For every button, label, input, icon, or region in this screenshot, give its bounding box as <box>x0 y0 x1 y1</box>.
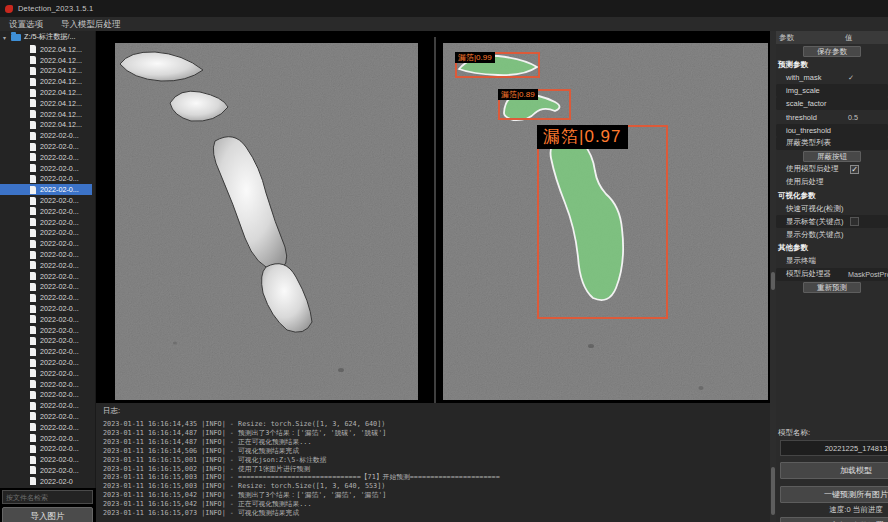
tree-item-label: 2022-02-0... <box>40 131 79 140</box>
file-icon <box>30 229 36 237</box>
tree-item-file[interactable]: 2022-02-0... <box>0 249 92 260</box>
tree-item-file[interactable]: 2022-02-0... <box>0 433 92 444</box>
scrollbar-thumb[interactable] <box>771 467 775 515</box>
tree-item-file[interactable]: 2022.04.12... <box>0 87 92 98</box>
param-row[interactable]: 显示终端 <box>776 255 888 268</box>
param-row[interactable]: 屏蔽按钮 <box>776 150 888 163</box>
param-row[interactable]: 可视化参数 <box>776 189 888 202</box>
tree-item-file[interactable]: 2022-02-0... <box>0 195 92 206</box>
menu-item[interactable]: 设置选项 <box>0 17 52 31</box>
tree-item-file[interactable]: 2022-02-0... <box>0 422 92 433</box>
tree-item-file[interactable]: 2022.04.12... <box>0 120 92 131</box>
tree-item-file[interactable]: 2022-02-0... <box>0 217 92 228</box>
param-row[interactable]: 使用后处理 <box>776 176 888 189</box>
tree-item-file[interactable]: 2022-02-0... <box>0 163 92 174</box>
log-line: 2023-01-11 16:16:14,487 |INFO| - 预测出了3个结… <box>103 429 770 438</box>
tree-item-file[interactable]: 2022.04.12... <box>0 109 92 120</box>
window-title: Detection_2023.1.5.1 <box>18 4 93 13</box>
prediction-image-pane[interactable]: 漏箔|0.99 漏箔|0.89 漏箔|0.97 <box>443 43 768 400</box>
file-icon <box>30 466 36 474</box>
tree-item-file[interactable]: 2022.04.12... <box>0 66 92 77</box>
tree-item-file[interactable]: 2022.04.12... <box>0 98 92 109</box>
tree-item-file[interactable]: 2022.04.12... <box>0 55 92 66</box>
param-row[interactable]: with_mask ✓ <box>776 71 888 84</box>
param-row[interactable]: 使用模型后处理 ✓ <box>776 163 888 176</box>
original-image-pane[interactable] <box>115 43 418 400</box>
tree-root-folder[interactable]: ▾ Z:/5-标注数据/... <box>0 31 95 43</box>
expand-arrow-icon[interactable]: ▾ <box>3 34 11 41</box>
param-row[interactable]: 保存参数 <box>776 45 888 58</box>
param-row[interactable]: img_scale <box>776 84 888 97</box>
tree-item-label: 2022-02-0... <box>40 164 79 173</box>
tree-item-file[interactable]: 2022-02-0... <box>0 152 92 163</box>
tree-item-file[interactable]: 2022-02-0... <box>0 368 92 379</box>
param-row[interactable]: 屏蔽类型列表 <box>776 137 888 150</box>
tree-item-file[interactable]: 2022.04.12... <box>0 44 92 55</box>
tree-item-label: 2022-02-0... <box>40 282 79 291</box>
param-value[interactable]: ✓ <box>850 165 859 174</box>
search-input[interactable] <box>2 490 93 504</box>
tree-item-file[interactable]: 2022-02-0... <box>0 228 92 239</box>
tree-item-file[interactable]: 2022-02-0... <box>0 206 92 217</box>
detection-score: 0.97 <box>584 127 621 146</box>
menu-item[interactable]: 导入模型后处理 <box>52 17 130 31</box>
param-label: 预测参数 <box>778 60 808 70</box>
tree-item-file[interactable]: 2022.04.12... <box>0 76 92 87</box>
log-line: 2023-01-11 16:16:14,435 |INFO| - Resize:… <box>103 420 770 429</box>
param-column-header: 参数 <box>776 33 845 43</box>
param-row[interactable]: 显示分数(关键点) <box>776 228 888 241</box>
param-row[interactable]: iou_threshold <box>776 124 888 137</box>
tree-item-file[interactable]: 2022-02-0... <box>0 400 92 411</box>
tree-item-file[interactable]: 2022-02-0... <box>0 260 92 271</box>
file-icon <box>30 67 36 75</box>
param-value[interactable] <box>850 217 859 226</box>
tree-item-file[interactable]: 2022-02-0... <box>0 174 92 185</box>
file-icon <box>30 380 36 388</box>
pane-splitter[interactable] <box>434 37 436 403</box>
tree-item-file[interactable]: 2022-02-0... <box>0 346 92 357</box>
param-value[interactable]: ✓ <box>848 73 854 82</box>
param-value[interactable]: MaskPostPro <box>848 270 888 279</box>
file-icon <box>30 445 36 453</box>
tree-item-file[interactable]: 2022-02-0... <box>0 336 92 347</box>
param-value[interactable]: 0.5 <box>848 113 858 122</box>
tree-item-file[interactable]: 2022-02-0... <box>0 238 92 249</box>
model-name-field[interactable]: 20221225_174813 <box>780 440 888 456</box>
tree-item-file[interactable]: 2022-02-0... <box>0 130 92 141</box>
load-model-button[interactable]: 加载模型 <box>780 462 888 479</box>
tree-item-label: 2022-02-0... <box>40 369 79 378</box>
tree-item-file[interactable]: 2022-02-0... <box>0 357 92 368</box>
param-row[interactable]: 重新预测 <box>776 281 888 294</box>
predict-all-button[interactable]: 一键预测所有图片 <box>780 486 888 503</box>
tree-item-file[interactable]: 2022-02-0... <box>0 411 92 422</box>
tree-item-file[interactable]: 2022-02-0... <box>0 141 92 152</box>
tree-item-file[interactable]: 2022-02-0... <box>0 282 92 293</box>
tree-item-file[interactable]: 2022-02-0 <box>0 476 92 487</box>
param-row[interactable]: scale_factor <box>776 97 888 110</box>
file-icon <box>30 477 36 485</box>
param-row[interactable]: 快速可视化(检测) <box>776 202 888 215</box>
tree-item-file[interactable]: 2022-02-0... <box>0 303 92 314</box>
tree-item-file[interactable]: 2022-02-0... <box>0 314 92 325</box>
tree-item-label: 2022-02-0... <box>40 272 79 281</box>
param-label: img_scale <box>786 86 820 95</box>
param-row[interactable]: 模型后处理器 MaskPostPro <box>776 268 888 281</box>
file-icon <box>30 348 36 356</box>
tree-item-file[interactable]: 2022-02-0... <box>0 292 92 303</box>
param-row[interactable]: 显示标签(关键点) <box>776 215 888 228</box>
tree-item-file[interactable]: 2022-02-0... <box>0 454 92 465</box>
tree-item-file[interactable]: 2022-02-0... <box>0 443 92 454</box>
tree-item-file[interactable]: 2022-02-0... <box>0 390 92 401</box>
tree-item-file[interactable]: 2022-02-0... <box>0 379 92 390</box>
import-images-button[interactable]: 导入图片 <box>2 507 93 522</box>
param-row[interactable]: 其他参数 <box>776 241 888 254</box>
tree-item-file[interactable]: 2022-02-0... <box>0 325 92 336</box>
tree-item-label: 2022-02-0... <box>40 185 79 194</box>
tree-item-file[interactable]: 2022-02-0... <box>0 184 92 195</box>
param-row[interactable]: threshold 0.5 <box>776 110 888 123</box>
tree-item-file[interactable]: 2022-02-0... <box>0 271 92 282</box>
scrollbar-thumb[interactable] <box>771 272 775 290</box>
param-row[interactable]: 预测参数 <box>776 58 888 71</box>
postprocess-settings-button[interactable]: 后处理参数设置 <box>780 517 888 522</box>
tree-item-file[interactable]: 2022-02-0... <box>0 465 92 476</box>
